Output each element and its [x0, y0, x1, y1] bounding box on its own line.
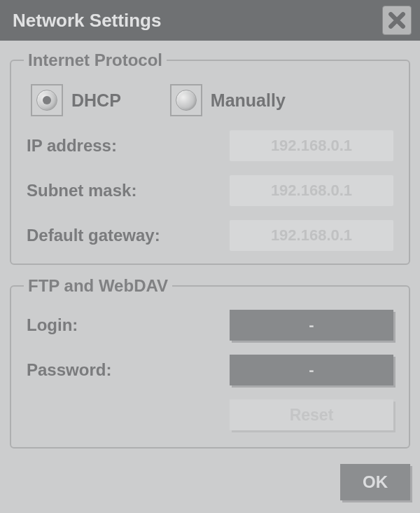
close-button[interactable]: [382, 6, 412, 35]
protocol-radio-row: DHCP Manually: [31, 84, 393, 116]
subnet-mask-row: Subnet mask: 192.168.0.1: [27, 175, 393, 206]
ip-address-label: IP address:: [27, 136, 117, 156]
ftp-webdav-group: FTP and WebDAV Login: - Password: - Rese…: [10, 276, 410, 449]
password-row: Password: -: [27, 355, 393, 385]
titlebar: Network Settings: [0, 0, 420, 41]
radio-dot-icon: [43, 96, 51, 104]
reset-row: Reset: [27, 399, 393, 430]
password-field[interactable]: -: [230, 355, 393, 385]
dialog-title: Network Settings: [13, 10, 161, 32]
login-row: Login: -: [27, 310, 393, 341]
ip-address-row: IP address: 192.168.0.1: [27, 130, 393, 161]
radio-circle-icon: [36, 90, 57, 111]
manually-radio-group[interactable]: Manually: [170, 84, 286, 116]
login-field[interactable]: -: [230, 310, 393, 341]
dhcp-radio[interactable]: [31, 84, 63, 116]
dhcp-radio-group[interactable]: DHCP: [31, 84, 121, 116]
subnet-mask-label: Subnet mask:: [27, 181, 136, 200]
ip-address-field: 192.168.0.1: [230, 130, 393, 161]
ftp-webdav-legend: FTP and WebDAV: [24, 276, 172, 296]
manually-label: Manually: [211, 90, 286, 111]
dialog-footer: OK: [0, 460, 420, 500]
default-gateway-row: Default gateway: 192.168.0.1: [27, 220, 393, 251]
reset-button[interactable]: Reset: [230, 399, 393, 430]
login-label: Login:: [27, 315, 78, 335]
password-label: Password:: [27, 360, 111, 380]
internet-protocol-legend: Internet Protocol: [24, 50, 167, 70]
subnet-mask-field: 192.168.0.1: [230, 175, 393, 206]
manually-radio[interactable]: [170, 84, 202, 116]
close-icon: [386, 10, 407, 31]
internet-protocol-group: Internet Protocol DHCP Manually IP addre…: [10, 50, 410, 265]
dhcp-label: DHCP: [71, 90, 121, 111]
default-gateway-field: 192.168.0.1: [230, 220, 393, 251]
radio-circle-icon: [176, 90, 197, 111]
dialog-content: Internet Protocol DHCP Manually IP addre…: [0, 41, 420, 449]
ok-button[interactable]: OK: [340, 464, 410, 500]
default-gateway-label: Default gateway:: [27, 226, 160, 245]
